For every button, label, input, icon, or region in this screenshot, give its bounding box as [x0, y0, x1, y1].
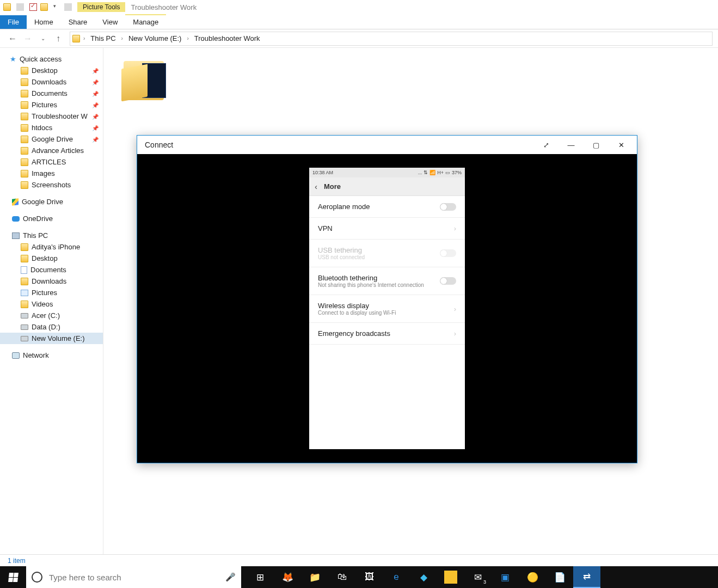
ribbon-tab-manage[interactable]: Manage	[125, 14, 166, 29]
row-sublabel: Connect to a display using Wi-Fi	[318, 310, 396, 316]
chrome-icon[interactable]: 🟡	[519, 566, 546, 588]
sidebar-item[interactable]: Advance Articles	[0, 145, 103, 156]
minimize-button[interactable]: —	[559, 136, 584, 154]
close-button[interactable]: ✕	[609, 136, 634, 154]
folder-item[interactable]	[115, 58, 170, 100]
kodi-icon[interactable]: ◆	[410, 566, 437, 588]
address-bar[interactable]: › This PC › New Volume (E:) › Troublesho…	[70, 32, 713, 46]
sidebar-item[interactable]: Screenshots	[0, 179, 103, 191]
notes-icon[interactable]	[444, 571, 457, 584]
mail-icon[interactable]: ✉3	[464, 566, 492, 588]
sidebar-item[interactable]: Pictures	[0, 287, 103, 298]
phone-settings-row[interactable]: Emergency broadcasts›	[309, 323, 465, 345]
sidebar-item[interactable]: Aditya's iPhone	[0, 241, 103, 253]
outlook-icon[interactable]: ▣	[492, 566, 519, 588]
ribbon-tab-home[interactable]: Home	[27, 15, 61, 29]
sidebar-item-label: Screenshots	[32, 181, 71, 189]
onedrive-icon	[12, 216, 20, 222]
crumb-folder[interactable]: Troubleshooter Work	[192, 34, 262, 42]
ribbon-tab-share[interactable]: Share	[61, 15, 95, 29]
taskview-button[interactable]: ⊞	[247, 566, 274, 588]
toggle-switch[interactable]	[440, 277, 456, 285]
nav-onedrive[interactable]: OneDrive	[0, 213, 103, 224]
crumb-separator-icon: ›	[119, 35, 125, 41]
fullscreen-button[interactable]: ⤢	[533, 136, 559, 154]
sidebar-item[interactable]: Documents	[0, 264, 103, 275]
phone-settings-row[interactable]: VPN›	[309, 218, 465, 240]
crumb-thispc[interactable]: This PC	[88, 34, 118, 42]
ribbon-tab-view[interactable]: View	[95, 15, 125, 29]
connect-app-icon[interactable]: ⇄	[573, 566, 600, 588]
row-label: Wireless display	[318, 302, 396, 310]
sidebar-item[interactable]: Downloads📌	[0, 76, 103, 88]
fileexplorer-icon[interactable]: 📁	[301, 566, 328, 588]
nav-forward-button[interactable]: →	[21, 32, 35, 46]
search-input[interactable]	[48, 572, 220, 583]
phone-dots-icon: ...	[418, 170, 422, 175]
notepad-icon[interactable]: 📄	[546, 566, 573, 588]
firefox-icon[interactable]: 🦊	[274, 566, 301, 588]
start-button[interactable]	[0, 566, 26, 588]
nav-recent-dropdown[interactable]: ⌄	[36, 32, 50, 46]
phone-sync-icon: ⇅	[424, 170, 428, 175]
phone-settings-row[interactable]: Aeroplane mode	[309, 196, 465, 218]
folder-icon	[21, 101, 28, 109]
store-icon[interactable]: 🛍	[328, 566, 355, 588]
folder-icon	[21, 147, 28, 155]
connect-body: 10:38 AM ... ⇅ 📶 H+ ▭ 37% ‹ More Aeropla…	[137, 154, 637, 463]
sidebar-item[interactable]: Desktop📌	[0, 65, 103, 76]
crumb-volume[interactable]: New Volume (E:)	[126, 34, 184, 42]
sidebar-item[interactable]: Pictures📌	[0, 99, 103, 111]
sidebar-item[interactable]: Videos	[0, 298, 103, 310]
chevron-right-icon: ›	[454, 305, 456, 313]
taskbar-search[interactable]: 🎤	[26, 566, 241, 588]
properties-icon[interactable]	[29, 3, 37, 11]
item-icon	[21, 301, 28, 308]
sidebar-item[interactable]: Troubleshooter W📌	[0, 111, 103, 122]
nav-googledrive[interactable]: Google Drive	[0, 196, 103, 207]
nav-quickaccess[interactable]: ★ Quick access	[0, 53, 103, 65]
new-folder-icon[interactable]	[40, 3, 48, 11]
sidebar-item[interactable]: Acer (C:)	[0, 310, 103, 321]
phone-settings-row[interactable]: Bluetooth tetheringNot sharing this phon…	[309, 267, 465, 295]
ribbon-tab-file[interactable]: File	[0, 15, 27, 29]
sidebar-item[interactable]: Desktop	[0, 253, 103, 264]
edge-icon[interactable]: e	[383, 566, 410, 588]
folder-icon[interactable]	[3, 3, 11, 11]
toggle-switch[interactable]	[440, 203, 456, 211]
nav-thispc[interactable]: This PC	[0, 230, 103, 241]
phone-signal-icon: 📶	[429, 170, 435, 175]
sidebar-item[interactable]: Downloads	[0, 275, 103, 287]
phone-time: 10:38 AM	[312, 170, 333, 175]
nav-back-button[interactable]: ←	[5, 32, 20, 46]
sidebar-item[interactable]: ARTICLES	[0, 156, 103, 168]
folder-icon	[72, 35, 80, 42]
context-tab-picturetools[interactable]: Picture Tools	[77, 2, 125, 12]
maximize-button[interactable]: ▢	[584, 136, 609, 154]
connect-titlebar[interactable]: Connect ⤢ — ▢ ✕	[137, 136, 637, 154]
folder-icon	[21, 158, 28, 166]
qat-dropdown-icon[interactable]: ▾	[51, 3, 59, 11]
nav-network[interactable]: Network	[0, 350, 103, 361]
folder-icon	[21, 78, 28, 86]
mic-icon[interactable]: 🎤	[225, 572, 236, 582]
sidebar-item[interactable]: Documents📌	[0, 88, 103, 99]
star-icon: ★	[10, 55, 16, 63]
sidebar-item[interactable]: Data (D:)	[0, 321, 103, 333]
photos-icon[interactable]: 🖼	[355, 566, 383, 588]
sidebar-item[interactable]: Images	[0, 168, 103, 179]
row-sublabel: Not sharing this phone's Internet connec…	[318, 282, 424, 288]
sidebar-item[interactable]: Google Drive📌	[0, 133, 103, 145]
sidebar-item-label: Desktop	[32, 254, 58, 262]
network-icon	[12, 352, 20, 359]
pin-icon: 📌	[92, 68, 97, 74]
nav-up-button[interactable]: ↑	[51, 32, 65, 46]
nav-thispc-label: This PC	[23, 231, 48, 240]
sidebar-item-label: Pictures	[32, 289, 57, 297]
sidebar-item[interactable]: htdocs📌	[0, 122, 103, 133]
phone-back-button[interactable]: ‹	[315, 182, 317, 191]
sidebar-item[interactable]: New Volume (E:)	[0, 333, 103, 344]
folder-icon	[21, 90, 28, 97]
phone-settings-row[interactable]: Wireless displayConnect to a display usi…	[309, 295, 465, 323]
item-icon	[21, 243, 28, 251]
